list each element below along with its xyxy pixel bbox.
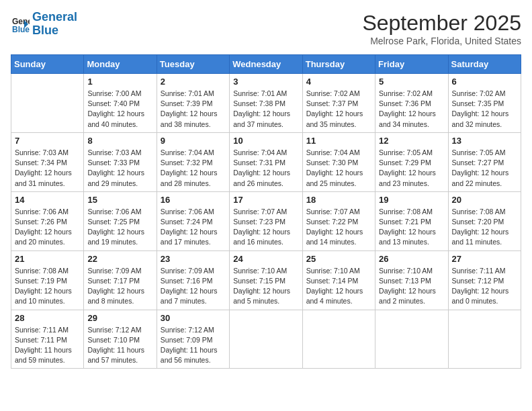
day-number: 21 [15, 254, 80, 264]
calendar-day-cell: 19Sunrise: 7:08 AMSunset: 7:21 PMDayligh… [375, 191, 448, 250]
day-number: 13 [452, 136, 517, 146]
weekday-cell: Saturday [448, 55, 521, 74]
day-number: 26 [379, 254, 444, 264]
day-detail: Sunrise: 7:04 AMSunset: 7:32 PMDaylight:… [161, 148, 226, 189]
day-detail: Sunrise: 7:01 AMSunset: 7:38 PMDaylight:… [233, 89, 298, 130]
logo-icon: General Blue [11, 15, 30, 34]
day-number: 9 [161, 136, 226, 146]
page-header: General Blue GeneralBlue September 2025 … [11, 11, 521, 46]
day-detail: Sunrise: 7:09 AMSunset: 7:16 PMDaylight:… [161, 266, 226, 307]
day-detail: Sunrise: 7:12 AMSunset: 7:09 PMDaylight:… [161, 325, 226, 366]
day-detail: Sunrise: 7:10 AMSunset: 7:14 PMDaylight:… [306, 266, 371, 307]
weekday-header-row: SundayMondayTuesdayWednesdayThursdayFrid… [11, 55, 521, 74]
day-detail: Sunrise: 7:10 AMSunset: 7:15 PMDaylight:… [233, 266, 298, 307]
calendar-week-row: 28Sunrise: 7:11 AMSunset: 7:11 PMDayligh… [11, 310, 521, 369]
day-number: 3 [233, 77, 298, 87]
day-detail: Sunrise: 7:08 AMSunset: 7:21 PMDaylight:… [379, 207, 444, 248]
calendar-day-cell: 2Sunrise: 7:01 AMSunset: 7:39 PMDaylight… [157, 74, 229, 133]
calendar-day-cell: 21Sunrise: 7:08 AMSunset: 7:19 PMDayligh… [11, 250, 84, 310]
calendar-day-cell [448, 310, 521, 369]
day-number: 7 [15, 136, 80, 146]
day-number: 10 [233, 136, 298, 146]
day-detail: Sunrise: 7:06 AMSunset: 7:24 PMDaylight:… [161, 207, 226, 248]
calendar-day-cell: 17Sunrise: 7:07 AMSunset: 7:23 PMDayligh… [230, 191, 302, 250]
svg-text:Blue: Blue [12, 25, 30, 34]
calendar-week-row: 1Sunrise: 7:00 AMSunset: 7:40 PMDaylight… [11, 74, 521, 133]
day-detail: Sunrise: 7:00 AMSunset: 7:40 PMDaylight:… [87, 89, 152, 130]
calendar-day-cell: 30Sunrise: 7:12 AMSunset: 7:09 PMDayligh… [157, 310, 229, 369]
day-number: 24 [233, 254, 298, 264]
calendar-week-row: 7Sunrise: 7:03 AMSunset: 7:34 PMDaylight… [11, 132, 521, 191]
day-detail: Sunrise: 7:10 AMSunset: 7:13 PMDaylight:… [379, 266, 444, 307]
day-number: 16 [161, 195, 226, 205]
day-detail: Sunrise: 7:06 AMSunset: 7:26 PMDaylight:… [15, 207, 80, 248]
calendar-day-cell: 7Sunrise: 7:03 AMSunset: 7:34 PMDaylight… [11, 132, 84, 191]
day-number: 25 [306, 254, 371, 264]
day-detail: Sunrise: 7:03 AMSunset: 7:34 PMDaylight:… [15, 148, 80, 189]
day-number: 15 [87, 195, 152, 205]
calendar-table: SundayMondayTuesdayWednesdayThursdayFrid… [11, 54, 521, 369]
day-number: 5 [379, 77, 444, 87]
day-detail: Sunrise: 7:02 AMSunset: 7:35 PMDaylight:… [452, 89, 517, 130]
day-number: 6 [452, 77, 517, 87]
calendar-day-cell: 9Sunrise: 7:04 AMSunset: 7:32 PMDaylight… [157, 132, 229, 191]
calendar-day-cell: 8Sunrise: 7:03 AMSunset: 7:33 PMDaylight… [84, 132, 157, 191]
day-detail: Sunrise: 7:06 AMSunset: 7:25 PMDaylight:… [87, 207, 152, 248]
day-detail: Sunrise: 7:04 AMSunset: 7:31 PMDaylight:… [233, 148, 298, 189]
calendar-week-row: 14Sunrise: 7:06 AMSunset: 7:26 PMDayligh… [11, 191, 521, 250]
day-detail: Sunrise: 7:01 AMSunset: 7:39 PMDaylight:… [161, 89, 226, 130]
calendar-day-cell: 25Sunrise: 7:10 AMSunset: 7:14 PMDayligh… [302, 250, 375, 310]
weekday-cell: Monday [84, 55, 157, 74]
day-detail: Sunrise: 7:02 AMSunset: 7:36 PMDaylight:… [379, 89, 444, 130]
calendar-day-cell [375, 310, 448, 369]
day-number: 20 [452, 195, 517, 205]
day-number: 11 [306, 136, 371, 146]
day-detail: Sunrise: 7:11 AMSunset: 7:12 PMDaylight:… [452, 266, 517, 307]
day-number: 27 [452, 254, 517, 264]
calendar-day-cell: 18Sunrise: 7:07 AMSunset: 7:22 PMDayligh… [302, 191, 375, 250]
calendar-day-cell: 20Sunrise: 7:08 AMSunset: 7:20 PMDayligh… [448, 191, 521, 250]
weekday-cell: Tuesday [157, 55, 229, 74]
day-detail: Sunrise: 7:12 AMSunset: 7:10 PMDaylight:… [87, 325, 152, 366]
day-detail: Sunrise: 7:03 AMSunset: 7:33 PMDaylight:… [87, 148, 152, 189]
day-detail: Sunrise: 7:09 AMSunset: 7:17 PMDaylight:… [87, 266, 152, 307]
day-number: 23 [161, 254, 226, 264]
day-number: 28 [15, 313, 80, 323]
calendar-day-cell: 6Sunrise: 7:02 AMSunset: 7:35 PMDaylight… [448, 74, 521, 133]
calendar-day-cell: 15Sunrise: 7:06 AMSunset: 7:25 PMDayligh… [84, 191, 157, 250]
day-number: 14 [15, 195, 80, 205]
day-number: 29 [87, 313, 152, 323]
calendar-day-cell: 13Sunrise: 7:05 AMSunset: 7:27 PMDayligh… [448, 132, 521, 191]
day-detail: Sunrise: 7:04 AMSunset: 7:30 PMDaylight:… [306, 148, 371, 189]
calendar-day-cell: 12Sunrise: 7:05 AMSunset: 7:29 PMDayligh… [375, 132, 448, 191]
calendar-day-cell [230, 310, 302, 369]
calendar-day-cell: 16Sunrise: 7:06 AMSunset: 7:24 PMDayligh… [157, 191, 229, 250]
day-detail: Sunrise: 7:11 AMSunset: 7:11 PMDaylight:… [15, 325, 80, 366]
day-number: 22 [87, 254, 152, 264]
calendar-day-cell: 10Sunrise: 7:04 AMSunset: 7:31 PMDayligh… [230, 132, 302, 191]
logo: General Blue GeneralBlue [11, 11, 77, 38]
location: Melrose Park, Florida, United States [362, 36, 521, 46]
weekday-cell: Thursday [302, 55, 375, 74]
day-number: 19 [379, 195, 444, 205]
day-detail: Sunrise: 7:08 AMSunset: 7:19 PMDaylight:… [15, 266, 80, 307]
calendar-day-cell: 29Sunrise: 7:12 AMSunset: 7:10 PMDayligh… [84, 310, 157, 369]
calendar-day-cell: 24Sunrise: 7:10 AMSunset: 7:15 PMDayligh… [230, 250, 302, 310]
day-number: 2 [161, 77, 226, 87]
day-number: 18 [306, 195, 371, 205]
calendar-day-cell: 1Sunrise: 7:00 AMSunset: 7:40 PMDaylight… [84, 74, 157, 133]
day-detail: Sunrise: 7:02 AMSunset: 7:37 PMDaylight:… [306, 89, 371, 130]
weekday-cell: Sunday [11, 55, 84, 74]
day-detail: Sunrise: 7:08 AMSunset: 7:20 PMDaylight:… [452, 207, 517, 248]
weekday-cell: Wednesday [230, 55, 302, 74]
month-title: September 2025 [362, 11, 521, 36]
day-number: 8 [87, 136, 152, 146]
day-number: 1 [87, 77, 152, 87]
day-number: 30 [161, 313, 226, 323]
day-detail: Sunrise: 7:05 AMSunset: 7:27 PMDaylight:… [452, 148, 517, 189]
day-number: 17 [233, 195, 298, 205]
calendar-day-cell: 3Sunrise: 7:01 AMSunset: 7:38 PMDaylight… [230, 74, 302, 133]
day-number: 4 [306, 77, 371, 87]
calendar-day-cell: 4Sunrise: 7:02 AMSunset: 7:37 PMDaylight… [302, 74, 375, 133]
calendar-day-cell [11, 74, 84, 133]
